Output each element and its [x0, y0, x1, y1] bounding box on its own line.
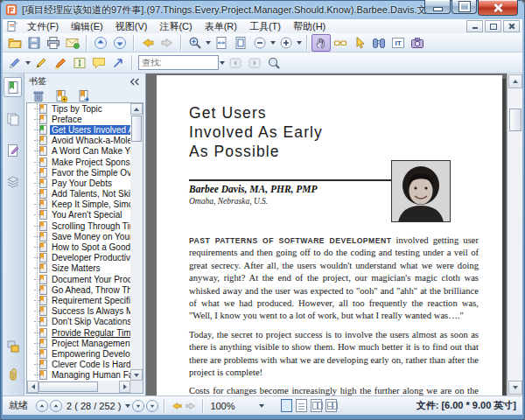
- open-button[interactable]: [5, 34, 24, 52]
- mdi-restore-button[interactable]: [485, 20, 501, 32]
- vertical-scroll-thumb[interactable]: [131, 116, 142, 142]
- select-text-button[interactable]: [331, 34, 350, 52]
- bookmark-item[interactable]: Clever Code Is Hard to: [27, 360, 130, 370]
- email-button[interactable]: [63, 34, 82, 52]
- bookmark-item[interactable]: A Word Can Make You: [27, 146, 130, 157]
- bookmark-item[interactable]: Provide Regular Time to: [27, 327, 130, 338]
- bookmark-item[interactable]: Add Talents, Not Skills,: [27, 189, 130, 200]
- layers-panel-tab[interactable]: [4, 172, 22, 192]
- next-page-button[interactable]: [132, 400, 144, 412]
- bookmark-item[interactable]: Don't Skip Vacations fo: [27, 317, 130, 327]
- menu-item[interactable]: 视图(V): [109, 19, 154, 34]
- bookmark-item[interactable]: Scrolling Through Time: [27, 220, 130, 231]
- pencil-tool-button[interactable]: [32, 54, 51, 72]
- find-button[interactable]: [369, 34, 388, 52]
- continuous-facing-layout-button[interactable]: [326, 399, 337, 412]
- add-bookmark-button[interactable]: [54, 89, 68, 103]
- zoom-level-field[interactable]: 100%: [210, 401, 234, 411]
- zoom-out-button[interactable]: [250, 34, 270, 52]
- save-button[interactable]: [24, 34, 44, 52]
- fit-width-button[interactable]: [212, 34, 231, 52]
- previous-view-button[interactable]: [170, 399, 184, 413]
- select-annotation-button[interactable]: [350, 34, 369, 52]
- zoom-out-dropdown[interactable]: [270, 35, 276, 51]
- next-view-down-button[interactable]: [110, 34, 130, 52]
- bookmark-item[interactable]: Make Project Sponsors: [27, 157, 130, 167]
- highlighter-tool-button[interactable]: [51, 54, 70, 72]
- comments-panel-tab[interactable]: [4, 140, 22, 160]
- scroll-right-button[interactable]: [119, 381, 130, 393]
- find-previous-button[interactable]: [226, 54, 245, 72]
- text-viewer-button[interactable]: IT: [388, 34, 408, 52]
- facing-layout-button[interactable]: [311, 399, 322, 412]
- bookmark-item[interactable]: Document Your Proces: [27, 274, 130, 284]
- find-history-dropdown[interactable]: [219, 55, 226, 71]
- mdi-close-button[interactable]: [503, 20, 520, 32]
- maximize-button[interactable]: [452, 0, 477, 14]
- next-bookmark-button[interactable]: [77, 89, 91, 103]
- bookmark-item[interactable]: Developer Productivity:: [27, 253, 130, 263]
- bookmark-item[interactable]: Keep It Simple, Simon: [27, 200, 130, 210]
- bookmark-item[interactable]: Tips by Topic: [27, 103, 130, 114]
- continuous-layout-button[interactable]: [296, 399, 307, 412]
- first-page-button[interactable]: [36, 400, 48, 412]
- doc-scroll-up-button[interactable]: [508, 74, 522, 88]
- back-button[interactable]: [138, 34, 158, 52]
- scroll-down-button[interactable]: [130, 369, 143, 381]
- bookmarks-panel-tab[interactable]: [4, 77, 22, 97]
- menu-item[interactable]: 注释(C): [153, 19, 198, 34]
- bookmark-item[interactable]: Project Management Is: [27, 338, 130, 348]
- previous-view-up-button[interactable]: [91, 34, 110, 52]
- bookmark-item[interactable]: Save Money on Your Is: [27, 231, 130, 242]
- bookmark-item[interactable]: Favor the Simple Over t: [27, 167, 130, 178]
- page-number-field[interactable]: 2 ( 28 / 252 ): [66, 401, 121, 411]
- bookmark-item[interactable]: Get Users Involved As E: [27, 124, 130, 135]
- search-button[interactable]: [264, 54, 284, 72]
- zoom-tool-dropdown[interactable]: [205, 35, 212, 51]
- menu-item[interactable]: 帮助(H): [287, 19, 332, 34]
- single-page-layout-button[interactable]: [281, 399, 292, 412]
- bookmark-item[interactable]: Requirement Specificati: [27, 295, 130, 305]
- snapshot-button[interactable]: [408, 34, 427, 52]
- scroll-up-button[interactable]: [130, 103, 143, 115]
- last-page-button[interactable]: [146, 400, 158, 412]
- zoom-in-button[interactable]: [276, 34, 296, 52]
- zoom-level-dropdown[interactable]: [258, 398, 265, 414]
- bookmark-item[interactable]: Success Is Always Meas: [27, 306, 130, 317]
- next-view-button[interactable]: [184, 399, 198, 413]
- fit-page-button[interactable]: [231, 34, 250, 52]
- bookmark-item[interactable]: Managing Human Facto: [27, 370, 130, 381]
- menu-item[interactable]: 表单(R): [199, 19, 243, 34]
- doc-scroll-thumb[interactable]: [509, 108, 522, 131]
- forward-button[interactable]: [158, 34, 177, 52]
- minimize-button[interactable]: [424, 0, 451, 14]
- pages-panel-tab[interactable]: [4, 108, 22, 129]
- previous-page-button[interactable]: [50, 400, 62, 412]
- annotation-pen-dropdown[interactable]: [24, 55, 32, 71]
- print-button[interactable]: [44, 34, 63, 52]
- menu-item[interactable]: 文件(F): [21, 19, 65, 34]
- bookmark-item[interactable]: Preface: [27, 114, 130, 124]
- bookmark-item[interactable]: Avoid Whack-a-Mole De: [27, 136, 130, 146]
- attachments-panel-tab[interactable]: [4, 364, 22, 384]
- scroll-left-button[interactable]: [27, 381, 38, 393]
- textbox-tool-button[interactable]: [70, 54, 89, 72]
- page-number-dropdown[interactable]: [124, 398, 131, 414]
- delete-bookmark-button[interactable]: [32, 89, 46, 103]
- note-comment-button[interactable]: [89, 54, 108, 72]
- bookmark-item[interactable]: Size Matters: [27, 263, 130, 274]
- hand-tool-button[interactable]: [312, 34, 331, 52]
- bookmark-item[interactable]: Pay Your Debts: [27, 178, 130, 188]
- bookmark-item[interactable]: Empowering Developer: [27, 348, 130, 359]
- annotation-pen-button[interactable]: [5, 54, 24, 72]
- comments-list-panel-tab[interactable]: [4, 336, 22, 356]
- bookmark-item[interactable]: You Aren't Special: [27, 210, 130, 220]
- horizontal-scroll-thumb[interactable]: [38, 382, 98, 392]
- find-next-button[interactable]: [245, 54, 264, 72]
- menu-item[interactable]: 工具(T): [243, 19, 287, 34]
- collapse-panel-button[interactable]: [129, 77, 141, 87]
- zoom-tool-button[interactable]: [186, 34, 205, 52]
- bookmark-item[interactable]: How to Spot a Good IT: [27, 242, 130, 252]
- zoom-in-dropdown[interactable]: [296, 35, 303, 51]
- mdi-minimize-button[interactable]: [466, 20, 483, 32]
